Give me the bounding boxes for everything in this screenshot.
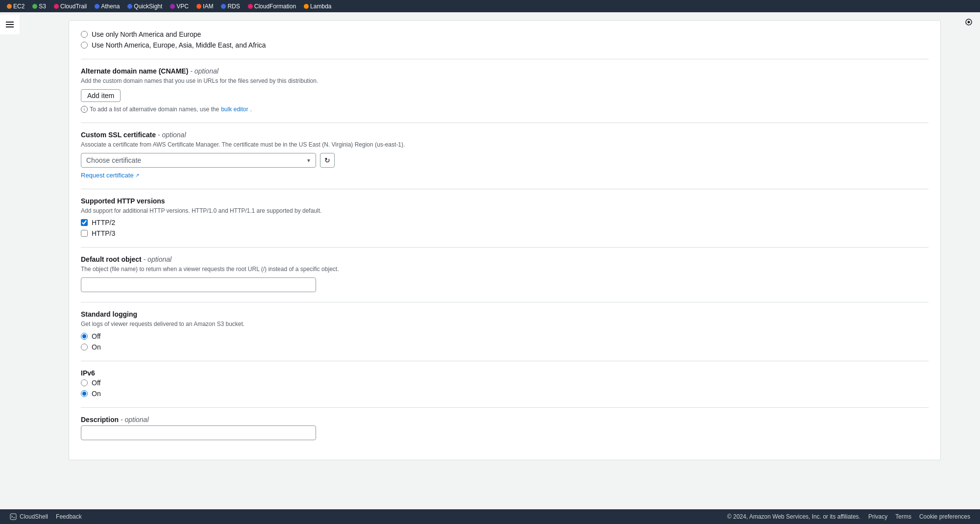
description-input[interactable] <box>81 425 316 440</box>
certificate-select-wrapper: Choose certificate ▼ <box>81 153 316 168</box>
divider-7 <box>81 407 929 408</box>
sidebar-toggle[interactable] <box>0 15 20 34</box>
svg-rect-5 <box>10 514 16 520</box>
nav-lambda-label: Lambda <box>310 3 331 10</box>
bulk-editor-link[interactable]: bulk editor <box>221 106 248 113</box>
nav-item-ec2[interactable]: EC2 <box>4 2 27 11</box>
standard-logging-radio-group: Off On <box>81 332 929 351</box>
ipv6-radio-group: Off On <box>81 379 929 398</box>
price-class-label-1: Use only North America and Europe <box>92 30 201 38</box>
privacy-link[interactable]: Privacy <box>868 513 887 520</box>
nav-item-athena[interactable]: Athena <box>92 2 122 11</box>
nav-item-s3[interactable]: S3 <box>29 2 49 11</box>
footer-right: © 2024, Amazon Web Services, Inc. or its… <box>727 513 970 520</box>
price-class-radio-2[interactable] <box>81 42 88 49</box>
ipv6-label: IPv6 <box>81 369 929 377</box>
nav-quicksight-label: QuickSight <box>134 3 162 10</box>
alternate-domain-label: Alternate domain name (CNAME) - optional <box>81 67 929 75</box>
cloudtrail-icon <box>54 4 59 9</box>
ipv6-on-option[interactable]: On <box>81 390 929 398</box>
logging-off-option[interactable]: Off <box>81 332 929 340</box>
divider-3 <box>81 189 929 189</box>
ipv6-section: IPv6 Off On <box>81 369 929 398</box>
refresh-icon: ↻ <box>324 156 330 164</box>
custom-ssl-section: Custom SSL certificate - optional Associ… <box>81 131 929 179</box>
alternate-domain-section: Alternate domain name (CNAME) - optional… <box>81 67 929 113</box>
nav-item-vpc[interactable]: VPC <box>167 2 192 11</box>
price-class-option-2[interactable]: Use North America, Europe, Asia, Middle … <box>81 41 929 49</box>
default-root-input[interactable] <box>81 277 316 292</box>
info-icon: i <box>81 106 88 113</box>
request-cert-label: Request certificate <box>81 172 134 179</box>
nav-item-cloudtrail[interactable]: CloudTrail <box>51 2 90 11</box>
standard-logging-desc: Get logs of viewer requests delivered to… <box>81 320 929 328</box>
ec2-icon <box>7 4 12 9</box>
rds-icon <box>221 4 226 9</box>
feedback-link[interactable]: Feedback <box>56 513 82 520</box>
nav-s3-label: S3 <box>39 3 46 10</box>
http-versions-label: Supported HTTP versions <box>81 197 929 205</box>
divider-2 <box>81 123 929 123</box>
http2-checkbox-item[interactable]: HTTP/2 <box>81 219 929 226</box>
nav-item-lambda[interactable]: Lambda <box>301 2 334 11</box>
divider-4 <box>81 247 929 248</box>
certificate-select[interactable]: Choose certificate <box>81 153 316 168</box>
form-panel: Use only North America and Europe Use No… <box>69 20 941 460</box>
custom-ssl-desc: Associate a certificate from AWS Certifi… <box>81 141 929 149</box>
info-text: To add a list of alternative domain name… <box>90 106 219 113</box>
price-class-radio-group: Use only North America and Europe Use No… <box>81 30 929 49</box>
http2-label: HTTP/2 <box>92 219 115 226</box>
settings-button[interactable] <box>961 15 976 29</box>
divider-5 <box>81 302 929 302</box>
ipv6-off-option[interactable]: Off <box>81 379 929 387</box>
price-class-radio-1[interactable] <box>81 31 88 38</box>
vpc-icon <box>170 4 175 9</box>
nav-vpc-label: VPC <box>176 3 189 10</box>
cookie-preferences-link[interactable]: Cookie preferences <box>919 513 970 520</box>
price-class-label-2: Use North America, Europe, Asia, Middle … <box>92 41 266 49</box>
info-suffix: . <box>250 106 252 113</box>
svg-point-4 <box>968 21 970 24</box>
nav-item-cloudformation[interactable]: CloudFormation <box>245 2 299 11</box>
lambda-icon <box>304 4 309 9</box>
price-class-section: Use only North America and Europe Use No… <box>81 30 929 49</box>
svg-rect-1 <box>6 24 14 25</box>
nav-item-rds[interactable]: RDS <box>218 2 243 11</box>
ipv6-off-radio[interactable] <box>81 379 88 386</box>
http-versions-checkboxes: HTTP/2 HTTP/3 <box>81 219 929 237</box>
logging-on-option[interactable]: On <box>81 343 929 351</box>
nav-cloudtrail-label: CloudTrail <box>60 3 87 10</box>
main-content: Use only North America and Europe Use No… <box>20 12 980 524</box>
http3-checkbox-item[interactable]: HTTP/3 <box>81 229 929 237</box>
divider-6 <box>81 361 929 361</box>
terms-link[interactable]: Terms <box>895 513 911 520</box>
nav-athena-label: Athena <box>101 3 120 10</box>
default-root-label: Default root object - optional <box>81 255 929 263</box>
svg-rect-2 <box>6 26 14 27</box>
logging-off-radio[interactable] <box>81 333 88 340</box>
terminal-icon <box>10 513 17 520</box>
price-class-option-1[interactable]: Use only North America and Europe <box>81 30 929 38</box>
http2-checkbox[interactable] <box>81 219 88 226</box>
cloudshell-label: CloudShell <box>20 513 48 520</box>
cloudshell-button[interactable]: CloudShell <box>10 513 48 520</box>
s3-icon <box>32 4 37 9</box>
nav-item-quicksight[interactable]: QuickSight <box>124 2 165 11</box>
ipv6-on-radio[interactable] <box>81 390 88 397</box>
nav-ec2-label: EC2 <box>13 3 24 10</box>
quicksight-icon <box>127 4 132 9</box>
add-item-button[interactable]: Add item <box>81 89 121 102</box>
svg-rect-0 <box>6 22 14 23</box>
request-certificate-link[interactable]: Request certificate ↗ <box>81 172 929 179</box>
nav-item-iam[interactable]: IAM <box>194 2 216 11</box>
nav-iam-label: IAM <box>203 3 213 10</box>
standard-logging-section: Standard logging Get logs of viewer requ… <box>81 310 929 351</box>
nav-cloudformation-label: CloudFormation <box>254 3 296 10</box>
athena-icon <box>95 4 99 9</box>
logging-on-label: On <box>92 343 101 351</box>
nav-rds-label: RDS <box>227 3 240 10</box>
http3-checkbox[interactable] <box>81 230 88 237</box>
http-versions-section: Supported HTTP versions Add support for … <box>81 197 929 238</box>
refresh-button[interactable]: ↻ <box>320 153 335 168</box>
logging-on-radio[interactable] <box>81 344 88 350</box>
